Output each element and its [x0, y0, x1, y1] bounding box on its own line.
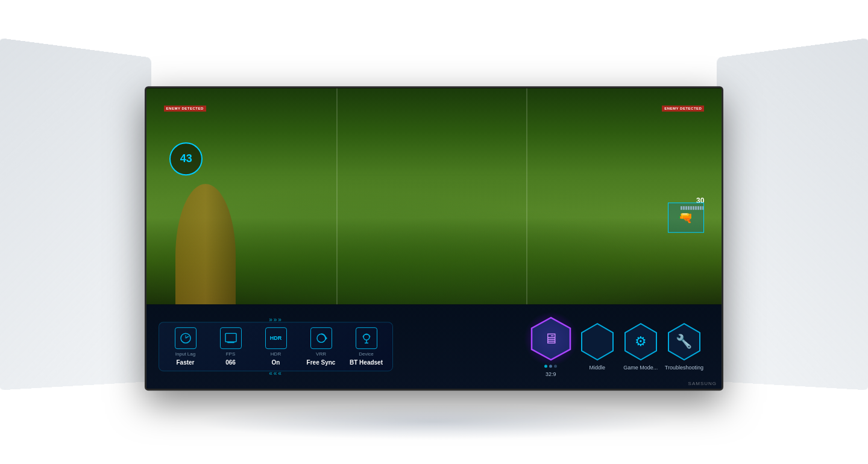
dim-line-left-16	[263, 76, 420, 77]
hex-item-game-mode[interactable]: ⚙ Game Mode...	[621, 322, 660, 371]
glass-panel-left	[0, 38, 151, 390]
hud-bullets: 30	[681, 196, 704, 210]
vrr-value: Free Sync	[307, 359, 336, 366]
fps-label: FPS	[226, 351, 236, 357]
svg-marker-6	[326, 336, 327, 340]
hex-item-aspect-ratio[interactable]: 🖥 32:9	[529, 316, 573, 377]
hud-fps-value: 43	[180, 152, 192, 165]
dimension-labels: 32:9 16:9	[145, 53, 723, 81]
hud-enemy-right: ENEMY DETECTED	[662, 105, 704, 111]
svg-rect-4	[227, 342, 234, 343]
fps-value: 066	[225, 359, 236, 366]
hex-label-game-mode: Game Mode...	[623, 365, 658, 371]
vrr-icon	[310, 327, 332, 349]
samsung-logo: SAMSUNG	[688, 381, 717, 386]
svg-line-1	[186, 336, 189, 338]
hdr-icon: HDR	[265, 327, 287, 349]
ui-bar: Input Lag Faster FPS	[146, 304, 722, 389]
scene: 32:9 16:9 ENEMY DETECTED ENEMY DETEC	[0, 0, 868, 464]
stat-item-vrr[interactable]: VRR Free Sync	[304, 327, 338, 366]
hud-enemy-left: ENEMY DETECTED	[164, 105, 206, 111]
vrr-label: VRR	[316, 351, 326, 357]
stat-item-fps[interactable]: FPS 066	[214, 327, 247, 366]
hdr-value: On	[272, 359, 280, 366]
hex-game-mode[interactable]: ⚙	[621, 322, 660, 361]
stat-item-hdr[interactable]: HDR HDR On	[259, 327, 292, 366]
hdr-label: HDR	[271, 351, 281, 357]
tv-display: 32:9 16:9 ENEMY DETECTED ENEMY DETEC	[145, 53, 723, 390]
device-value: BT Headset	[350, 359, 383, 366]
glass-panel-right	[717, 38, 868, 390]
tv-bezel: ENEMY DETECTED ENEMY DETECTED 43 30	[145, 86, 723, 390]
hex-item-middle[interactable]: Middle	[578, 322, 617, 371]
svg-rect-3	[225, 333, 236, 342]
hex-label-troubleshooting: Troubleshooting	[665, 365, 703, 371]
hex-middle[interactable]	[578, 322, 617, 361]
panel-divider-right	[526, 88, 527, 304]
dim-text-16-9: 16:9	[425, 72, 442, 81]
svg-marker-11	[582, 324, 613, 360]
dim-label-16-9: 16:9	[263, 72, 604, 81]
hex-item-troubleshooting[interactable]: 🔧 Troubleshooting	[665, 322, 703, 371]
hud-weapon-box: 🔫	[668, 202, 704, 233]
input-lag-label: Input Lag	[175, 351, 195, 357]
hex-label-middle: Middle	[590, 365, 606, 371]
input-lag-icon	[175, 327, 197, 349]
input-lag-value: Faster	[176, 359, 194, 366]
dim-line-right-16	[448, 76, 605, 77]
stat-item-device[interactable]: Device BT Headset	[350, 327, 383, 366]
aspect-ratio-icon: 🖥	[544, 330, 558, 347]
troubleshooting-icon: 🔧	[676, 334, 692, 350]
hex-aspect-ratio[interactable]: 🖥	[529, 316, 573, 361]
stats-panel: Input Lag Faster FPS	[159, 322, 393, 371]
tv-screen: ENEMY DETECTED ENEMY DETECTED 43 30	[146, 88, 722, 389]
dim-line-right-32	[448, 63, 653, 64]
fps-icon	[220, 327, 242, 349]
weapon-icon: 🔫	[678, 210, 693, 225]
dim-line-left-32	[215, 63, 420, 64]
game-scene: ENEMY DETECTED ENEMY DETECTED 43 30	[146, 88, 722, 304]
hex-troubleshooting[interactable]: 🔧	[665, 322, 703, 361]
tv-reflection	[193, 404, 675, 440]
game-mode-icon: ⚙	[635, 334, 647, 350]
dim-label-32-9: 32:9	[215, 59, 652, 68]
panel-divider-left	[336, 88, 338, 304]
hex-label-aspect-ratio: 32:9	[546, 371, 556, 377]
dim-text-32-9: 32:9	[425, 59, 442, 68]
hex-controls: 🖥 32:9	[393, 316, 709, 377]
device-icon	[356, 327, 377, 349]
device-label: Device	[359, 351, 373, 357]
stat-item-input-lag[interactable]: Input Lag Faster	[169, 327, 202, 366]
hud-fps-circle: 43	[169, 142, 203, 175]
